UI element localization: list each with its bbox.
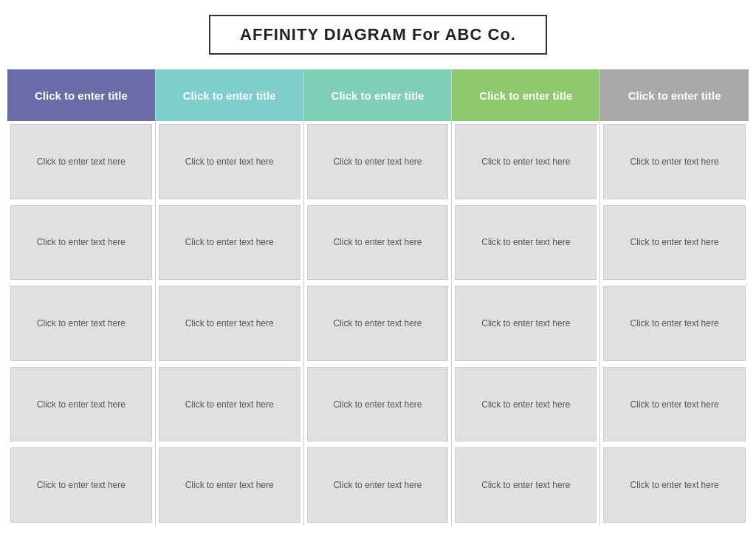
column-title-1: Click to enter title — [35, 89, 128, 102]
title-box: AFFINITY DIAGRAM For ABC Co. — [209, 15, 547, 55]
card-text-col3-row5: Click to enter text here — [327, 474, 427, 496]
column-header-5[interactable]: Click to enter title — [600, 69, 749, 121]
card-col2-row3[interactable]: Click to enter text here — [159, 286, 300, 361]
column-header-4[interactable]: Click to enter title — [452, 69, 599, 121]
card-col2-row4[interactable]: Click to enter text here — [159, 367, 300, 442]
column-4: Click to enter titleClick to enter text … — [452, 69, 600, 526]
card-text-col1-row1: Click to enter text here — [31, 151, 131, 173]
card-col3-row3[interactable]: Click to enter text here — [307, 286, 449, 361]
column-header-3[interactable]: Click to enter title — [304, 69, 452, 121]
card-col1-row5[interactable]: Click to enter text here — [10, 447, 152, 523]
card-col4-row3[interactable]: Click to enter text here — [455, 286, 597, 361]
card-col4-row1[interactable]: Click to enter text here — [455, 124, 597, 199]
card-text-col2-row3: Click to enter text here — [179, 312, 280, 334]
column-header-2[interactable]: Click to enter title — [156, 69, 303, 121]
card-text-col3-row4: Click to enter text here — [327, 393, 427, 416]
card-col1-row3[interactable]: Click to enter text here — [10, 286, 152, 361]
card-text-col4-row4: Click to enter text here — [475, 393, 576, 416]
card-text-col2-row1: Click to enter text here — [179, 151, 280, 173]
card-col4-row5[interactable]: Click to enter text here — [455, 447, 597, 523]
card-text-col4-row2: Click to enter text here — [475, 231, 576, 253]
card-col2-row5[interactable]: Click to enter text here — [159, 447, 300, 523]
column-title-2: Click to enter title — [183, 89, 276, 102]
card-text-col1-row4: Click to enter text here — [31, 393, 131, 416]
card-col3-row5[interactable]: Click to enter text here — [307, 447, 449, 523]
card-text-col4-row5: Click to enter text here — [475, 474, 576, 496]
card-col3-row4[interactable]: Click to enter text here — [307, 367, 449, 442]
card-col2-row1[interactable]: Click to enter text here — [159, 124, 300, 199]
card-text-col1-row5: Click to enter text here — [31, 474, 131, 496]
card-text-col1-row2: Click to enter text here — [31, 231, 131, 253]
card-text-col5-row4: Click to enter text here — [625, 393, 725, 416]
card-text-col3-row1: Click to enter text here — [327, 151, 427, 173]
column-2: Click to enter titleClick to enter text … — [156, 69, 304, 526]
card-text-col2-row5: Click to enter text here — [179, 474, 280, 496]
card-text-col5-row1: Click to enter text here — [625, 151, 725, 173]
main-container: AFFINITY DIAGRAM For ABC Co. Click to en… — [0, 0, 756, 533]
column-title-5: Click to enter title — [628, 89, 721, 102]
card-col1-row1[interactable]: Click to enter text here — [10, 124, 152, 199]
card-text-col4-row3: Click to enter text here — [475, 312, 576, 334]
card-col5-row3[interactable]: Click to enter text here — [603, 286, 746, 361]
column-3: Click to enter titleClick to enter text … — [304, 69, 453, 526]
column-header-1[interactable]: Click to enter title — [7, 69, 155, 121]
card-col5-row2[interactable]: Click to enter text here — [603, 205, 746, 281]
card-text-col1-row3: Click to enter text here — [31, 312, 131, 334]
card-text-col2-row4: Click to enter text here — [179, 393, 280, 416]
card-col1-row2[interactable]: Click to enter text here — [10, 205, 152, 281]
card-col3-row1[interactable]: Click to enter text here — [307, 124, 449, 199]
card-text-col3-row3: Click to enter text here — [327, 312, 427, 334]
card-text-col5-row5: Click to enter text here — [625, 474, 725, 496]
column-title-3: Click to enter title — [331, 89, 425, 102]
diagram-grid: Click to enter titleClick to enter text … — [7, 69, 749, 526]
column-title-4: Click to enter title — [479, 89, 572, 102]
card-col3-row2[interactable]: Click to enter text here — [307, 205, 449, 281]
card-col4-row4[interactable]: Click to enter text here — [455, 367, 597, 442]
column-1: Click to enter titleClick to enter text … — [7, 69, 156, 526]
card-text-col4-row1: Click to enter text here — [475, 151, 576, 173]
card-col4-row2[interactable]: Click to enter text here — [455, 205, 597, 281]
card-col5-row5[interactable]: Click to enter text here — [603, 447, 746, 523]
card-col5-row1[interactable]: Click to enter text here — [603, 124, 746, 199]
page-title: AFFINITY DIAGRAM For ABC Co. — [240, 25, 516, 44]
card-text-col2-row2: Click to enter text here — [179, 231, 280, 253]
column-5: Click to enter titleClick to enter text … — [600, 69, 749, 526]
card-text-col5-row2: Click to enter text here — [625, 231, 725, 253]
card-text-col3-row2: Click to enter text here — [327, 231, 427, 253]
card-text-col5-row3: Click to enter text here — [625, 312, 725, 334]
card-col1-row4[interactable]: Click to enter text here — [10, 367, 152, 442]
card-col5-row4[interactable]: Click to enter text here — [603, 367, 746, 442]
card-col2-row2[interactable]: Click to enter text here — [159, 205, 300, 281]
